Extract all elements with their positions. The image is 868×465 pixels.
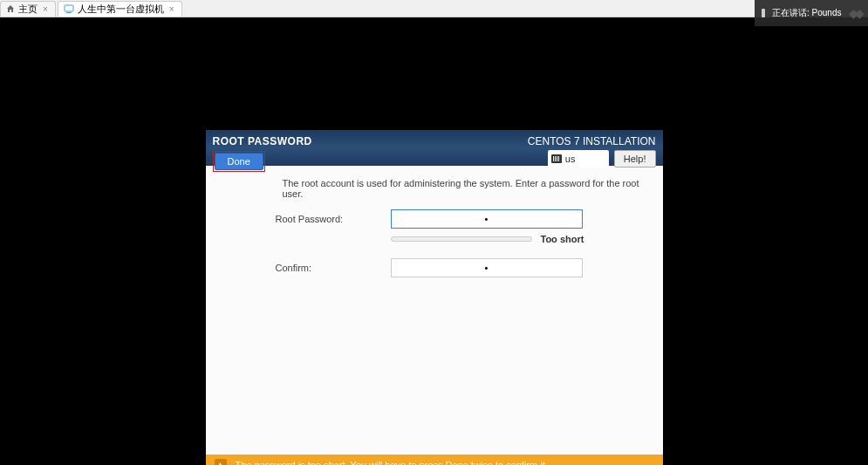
warning-icon: ▲ [215,459,227,466]
tab-home[interactable]: 主页 × [0,1,56,17]
tab-label: 主页 [18,3,38,16]
installer-header: ROOT PASSWORD Done CENTOS 7 INSTALLATION… [206,130,663,166]
chevron-icons: ◆◆ [849,6,861,20]
install-title: CENTOS 7 INSTALLATION [528,135,656,147]
done-button[interactable]: Done [215,153,263,170]
microphone-icon [762,9,765,17]
root-password-input[interactable] [391,209,583,229]
vm-icon [64,3,74,14]
password-strength-bar [391,236,532,242]
root-password-label: Root Password: [276,214,391,224]
speech-status: 正在讲话: Pounds [772,7,841,19]
keyboard-layout-label: us [565,154,576,164]
confirm-password-input[interactable] [391,258,583,277]
done-highlight: Done [213,151,265,172]
installer-window: ROOT PASSWORD Done CENTOS 7 INSTALLATION… [206,130,663,465]
svg-rect-1 [66,12,72,13]
installer-body: The root account is used for administeri… [206,166,663,455]
warning-text: The password is too short. You will have… [236,460,548,466]
keyboard-icon [551,154,562,163]
help-button[interactable]: Help! [614,150,656,168]
tab-bar: 主页 × 人生中第一台虚拟机 × 正在讲话: Pounds ◆◆ [0,0,868,17]
tab-label: 人生中第一台虚拟机 [78,3,164,16]
vm-viewport: ROOT PASSWORD Done CENTOS 7 INSTALLATION… [0,17,868,465]
svg-rect-0 [65,5,73,11]
tab-vm[interactable]: 人生中第一台虚拟机 × [58,1,182,17]
confirm-label: Confirm: [276,263,391,273]
page-title: ROOT PASSWORD [213,135,528,147]
password-strength-text: Too short [541,234,584,244]
speech-overlay: 正在讲话: Pounds ◆◆ [755,0,868,26]
intro-text: The root account is used for administeri… [283,178,646,199]
close-icon[interactable]: × [41,4,50,14]
home-icon [6,4,15,13]
warning-bar: ▲ The password is too short. You will ha… [206,455,663,465]
close-icon[interactable]: × [167,4,176,14]
keyboard-layout-selector[interactable]: us [548,150,609,168]
